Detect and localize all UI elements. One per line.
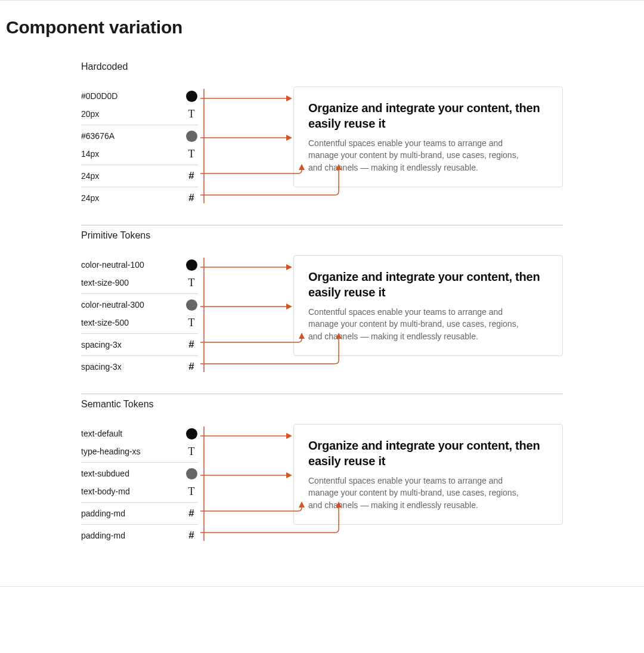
connector-area xyxy=(198,254,293,379)
section-hardcoded: Hardcoded#0D0D0D20pxT#63676A14pxT24px#24… xyxy=(81,57,563,225)
token-line: spacing-3x# xyxy=(81,358,198,376)
connector-area xyxy=(198,423,293,548)
card-heading: Organize and integrate your content, the… xyxy=(308,100,548,131)
token-line: text-size-500T xyxy=(81,314,198,332)
token-line: #0D0D0D xyxy=(81,87,198,105)
connector-arrows xyxy=(198,254,293,379)
token-label: text-default xyxy=(81,429,122,438)
token-group: spacing-3x# xyxy=(81,334,198,356)
color-swatch-gray-icon xyxy=(186,468,197,479)
section-row: #0D0D0D20pxT#63676A14pxT24px#24px#Organi… xyxy=(81,85,563,211)
token-line: text-subdued xyxy=(81,465,198,482)
token-line: text-body-mdT xyxy=(81,482,198,500)
type-size-icon: T xyxy=(188,446,195,457)
token-group: #63676A14pxT xyxy=(81,125,198,165)
token-list: #0D0D0D20pxT#63676A14pxT24px#24px# xyxy=(81,85,198,209)
card-heading: Organize and integrate your content, the… xyxy=(308,269,548,300)
spacing-icon: # xyxy=(188,170,194,182)
spacing-icon: # xyxy=(188,339,194,351)
connector-arrows xyxy=(198,85,293,211)
section-primitive-tokens: Primitive Tokenscolor-neutral-100text-si… xyxy=(81,225,563,394)
content-region: Hardcoded#0D0D0D20pxT#63676A14pxT24px#24… xyxy=(0,57,644,562)
token-list: text-defaulttype-heading-xsTtext-subdued… xyxy=(81,423,198,546)
token-group: text-defaulttype-heading-xsT xyxy=(81,423,198,463)
token-label: text-size-900 xyxy=(81,278,129,287)
spacing-icon: # xyxy=(188,361,194,373)
token-line: color-neutral-300 xyxy=(81,296,198,314)
card-wrap: Organize and integrate your content, the… xyxy=(293,423,563,525)
token-label: 24px xyxy=(81,171,99,181)
token-line: 14pxT xyxy=(81,145,198,163)
token-group: 24px# xyxy=(81,165,198,187)
token-label: 20px xyxy=(81,109,99,119)
token-line: padding-md# xyxy=(81,527,198,544)
type-size-icon: T xyxy=(188,486,195,497)
section-row: color-neutral-100text-size-900Tcolor-neu… xyxy=(81,254,563,379)
example-card: Organize and integrate your content, the… xyxy=(293,86,563,187)
type-size-icon: T xyxy=(188,109,195,119)
token-group: color-neutral-300text-size-500T xyxy=(81,294,198,334)
example-card: Organize and integrate your content, the… xyxy=(293,255,563,356)
type-size-icon: T xyxy=(188,148,195,159)
token-line: 20pxT xyxy=(81,105,198,123)
token-label: #0D0D0D xyxy=(81,91,117,101)
token-list: color-neutral-100text-size-900Tcolor-neu… xyxy=(81,254,198,377)
connector-arrows xyxy=(198,423,293,548)
color-swatch-black-icon xyxy=(186,91,197,102)
token-label: padding-md xyxy=(81,531,125,540)
color-swatch-gray-icon xyxy=(186,131,197,142)
token-group: padding-md# xyxy=(81,503,198,525)
token-group: color-neutral-100text-size-900T xyxy=(81,254,198,294)
token-line: text-default xyxy=(81,425,198,442)
example-card: Organize and integrate your content, the… xyxy=(293,424,563,525)
token-label: padding-md xyxy=(81,509,125,518)
token-line: type-heading-xsT xyxy=(81,442,198,460)
token-group: 24px# xyxy=(81,187,198,209)
card-body-text: Contentful spaces enable your teams to a… xyxy=(308,306,523,342)
token-label: type-heading-xs xyxy=(81,447,141,456)
token-label: #63676A xyxy=(81,131,114,141)
token-label: spacing-3x xyxy=(81,340,122,349)
type-size-icon: T xyxy=(188,277,195,288)
section-title: Primitive Tokens xyxy=(81,230,563,241)
token-line: text-size-900T xyxy=(81,274,198,292)
connector-area xyxy=(198,85,293,211)
color-swatch-black-icon xyxy=(186,428,197,440)
token-group: #0D0D0D20pxT xyxy=(81,85,198,125)
color-swatch-gray-icon xyxy=(186,299,197,311)
token-group: spacing-3x# xyxy=(81,356,198,377)
token-group: padding-md# xyxy=(81,525,198,546)
token-label: text-subdued xyxy=(81,469,129,478)
token-group: text-subduedtext-body-mdT xyxy=(81,463,198,503)
section-title: Hardcoded xyxy=(81,61,563,72)
diagram-frame: Component variation Hardcoded#0D0D0D20px… xyxy=(0,0,644,587)
type-size-icon: T xyxy=(188,317,195,328)
spacing-icon: # xyxy=(188,507,194,519)
spacing-icon: # xyxy=(188,192,194,204)
section-row: text-defaulttype-heading-xsTtext-subdued… xyxy=(81,423,563,548)
token-label: 14px xyxy=(81,149,99,159)
token-label: 24px xyxy=(81,193,99,203)
card-heading: Organize and integrate your content, the… xyxy=(308,438,548,469)
color-swatch-black-icon xyxy=(186,259,197,271)
card-body-text: Contentful spaces enable your teams to a… xyxy=(308,137,523,174)
token-line: 24px# xyxy=(81,189,198,207)
token-label: text-body-md xyxy=(81,487,130,496)
token-label: color-neutral-300 xyxy=(81,300,144,310)
page-title: Component variation xyxy=(0,17,644,38)
card-wrap: Organize and integrate your content, the… xyxy=(293,254,563,356)
token-line: spacing-3x# xyxy=(81,336,198,354)
token-label: color-neutral-100 xyxy=(81,260,144,270)
token-label: spacing-3x xyxy=(81,362,122,372)
card-wrap: Organize and integrate your content, the… xyxy=(293,85,563,187)
token-line: color-neutral-100 xyxy=(81,256,198,274)
card-body-text: Contentful spaces enable your teams to a… xyxy=(308,475,523,511)
token-line: #63676A xyxy=(81,127,198,145)
token-label: text-size-500 xyxy=(81,318,129,327)
token-line: 24px# xyxy=(81,167,198,185)
spacing-icon: # xyxy=(188,530,194,541)
section-title: Semantic Tokens xyxy=(81,399,563,410)
section-semantic-tokens: Semantic Tokenstext-defaulttype-heading-… xyxy=(81,394,563,562)
token-line: padding-md# xyxy=(81,505,198,522)
